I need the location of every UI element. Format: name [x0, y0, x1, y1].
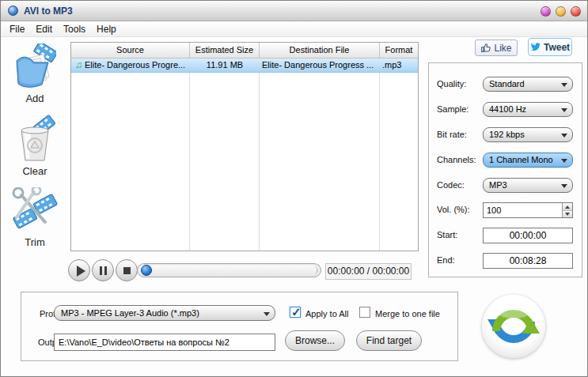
window-controls	[541, 6, 581, 17]
tweet-button[interactable]: Tweet	[528, 38, 572, 56]
cell-destination-file: Elite- Dangerous Progress ...	[260, 58, 380, 72]
chevron-down-icon	[264, 312, 270, 316]
trim-button-label: Trim	[6, 236, 63, 248]
minimize-button[interactable]	[541, 6, 551, 17]
music-note-icon: ♫	[75, 59, 82, 70]
bitrate-label: Bit rate:	[437, 130, 467, 139]
sample-dropdown[interactable]: 44100 Hz	[483, 102, 573, 117]
spinner-down-icon[interactable]	[563, 210, 572, 218]
chevron-down-icon	[561, 159, 567, 163]
quality-label: Quality:	[437, 79, 466, 89]
trim-button[interactable]: Trim	[6, 187, 63, 248]
add-button[interactable]: Add	[6, 43, 63, 104]
pause-button[interactable]	[92, 259, 114, 281]
chevron-down-icon	[561, 108, 567, 112]
spinner-up-icon[interactable]	[563, 203, 572, 210]
seek-slider-thumb[interactable]	[141, 265, 152, 276]
volume-label: Vol. (%):	[437, 205, 470, 214]
chevron-down-icon	[561, 184, 567, 188]
table-header: Source Estimated Size Destination File F…	[71, 43, 418, 58]
convert-button[interactable]	[482, 295, 545, 358]
menu-tools[interactable]: Tools	[58, 22, 91, 37]
start-label: Start:	[437, 230, 457, 239]
cell-source: ♫Elite- Dangerous Progre...	[71, 58, 190, 72]
thumbs-up-icon	[480, 43, 491, 53]
table-row[interactable]: ♫Elite- Dangerous Progre... 11.91 MB Eli…	[71, 58, 418, 73]
stop-icon	[123, 267, 131, 274]
column-header-estimated-size[interactable]: Estimated Size	[190, 43, 260, 58]
maximize-button[interactable]	[556, 6, 566, 17]
volume-stepper[interactable]	[562, 203, 572, 217]
output-panel: Profile: MP3 - MPEG Layer-3 Audio (*.mp3…	[21, 292, 458, 361]
close-button[interactable]	[571, 6, 581, 17]
menu-help[interactable]: Help	[91, 22, 122, 37]
add-button-label: Add	[6, 92, 63, 104]
convert-arrows-icon	[482, 350, 545, 360]
like-button[interactable]: Like	[475, 40, 518, 56]
end-time-input[interactable]	[483, 253, 573, 269]
app-window: AVI to MP3 File Edit Tools Help	[0, 0, 588, 377]
window-title: AVI to MP3	[24, 6, 73, 17]
tweet-button-label: Tweet	[544, 42, 570, 53]
titlebar: AVI to MP3	[1, 1, 587, 21]
file-list-table: Source Estimated Size Destination File F…	[70, 42, 419, 251]
chevron-down-icon	[561, 134, 567, 138]
cell-estimated-size: 11.91 MB	[190, 58, 260, 72]
codec-dropdown[interactable]: MP3	[483, 178, 573, 193]
table-body	[71, 73, 418, 251]
play-button[interactable]	[68, 259, 90, 281]
browse-button[interactable]: Browse...	[285, 330, 345, 351]
sample-label: Sample:	[437, 104, 469, 114]
stop-button[interactable]	[116, 259, 138, 281]
table-grid-column	[380, 73, 418, 251]
table-grid-column	[71, 73, 190, 251]
profile-dropdown[interactable]: MP3 - MPEG Layer-3 Audio (*.mp3)	[54, 305, 275, 321]
time-display: 00:00:00 / 00:00:00	[325, 263, 412, 280]
table-grid-column	[260, 73, 380, 251]
clear-button[interactable]: Clear	[6, 115, 63, 177]
settings-panel: Quality: Standard Sample: 44100 Hz Bit r…	[428, 62, 582, 277]
table-grid-column	[190, 73, 260, 251]
start-time-input[interactable]	[483, 228, 573, 243]
play-icon	[77, 266, 85, 277]
bitrate-dropdown[interactable]: 192 kbps	[483, 127, 573, 142]
clear-trash-icon	[6, 115, 63, 164]
end-label: End:	[437, 255, 455, 265]
apply-to-all-checkbox[interactable]	[290, 307, 301, 318]
quality-dropdown[interactable]: Standard	[483, 77, 573, 92]
app-icon	[8, 6, 18, 16]
slider-endcap	[313, 266, 318, 275]
menu-bar: File Edit Tools Help	[1, 22, 587, 37]
menu-edit[interactable]: Edit	[30, 22, 58, 37]
cell-format: .mp3	[380, 58, 418, 72]
column-header-source[interactable]: Source	[71, 43, 190, 58]
chevron-down-icon	[561, 83, 567, 87]
column-header-destination-file[interactable]: Destination File	[260, 43, 380, 58]
channels-dropdown[interactable]: 1 Channel Mono	[483, 153, 573, 168]
menu-file[interactable]: File	[4, 22, 30, 37]
codec-label: Codec:	[437, 180, 465, 190]
merge-to-one-file-label[interactable]: Merge to one file	[375, 309, 440, 319]
volume-input[interactable]	[483, 202, 573, 218]
output-path-input[interactable]	[54, 334, 275, 351]
clear-button-label: Clear	[6, 165, 63, 177]
apply-to-all-label[interactable]: Apply to All	[305, 309, 348, 319]
channels-label: Channels:	[437, 155, 476, 164]
like-button-label: Like	[494, 43, 511, 54]
find-target-button[interactable]: Find target	[356, 330, 422, 351]
trim-scissors-icon	[6, 187, 63, 235]
merge-to-one-file-checkbox[interactable]	[359, 307, 370, 318]
twitter-bird-icon	[530, 43, 541, 52]
column-header-format[interactable]: Format	[380, 43, 418, 58]
add-folder-icon	[6, 43, 63, 91]
seek-slider[interactable]	[137, 263, 321, 277]
pause-icon	[100, 266, 107, 275]
